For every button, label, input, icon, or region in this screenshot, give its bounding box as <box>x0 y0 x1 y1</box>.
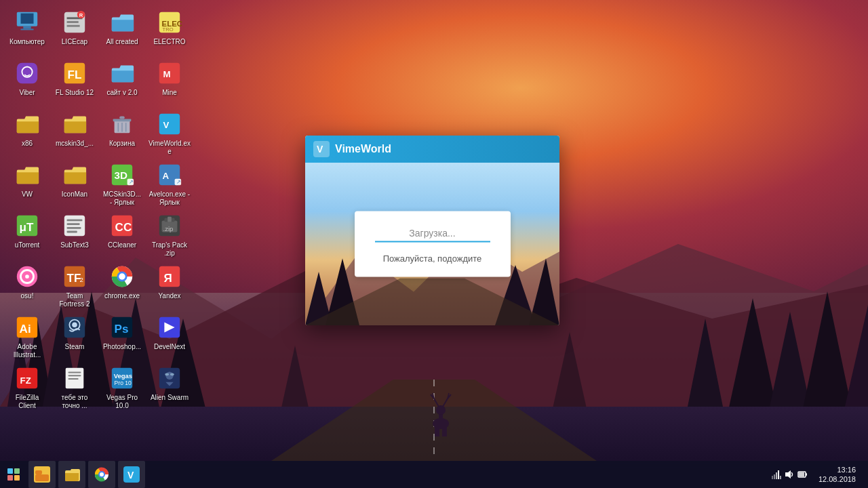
icon-mcskin[interactable]: mcskin3d_... <box>51 105 98 156</box>
taskbar-vimeworld[interactable]: V <box>118 461 145 488</box>
icon-utorrent[interactable]: μT uTorrent <box>3 207 51 258</box>
icons-area: Компьютер R LICEcap <box>0 0 217 461</box>
dialog-title: VimeWorld <box>335 143 391 155</box>
icon-vw[interactable]: VW <box>3 156 51 207</box>
icon-subtext[interactable]: SubText3 <box>51 207 98 258</box>
svg-rect-105 <box>68 378 79 380</box>
icon-viber[interactable]: Viber <box>3 54 51 105</box>
icon-filezilla[interactable]: FZ FileZilla Client <box>3 359 51 410</box>
svg-rect-133 <box>780 476 781 479</box>
icon-sayt[interactable]: сайт v 2.0 <box>98 54 146 105</box>
icon-subtext-label: SubText3 <box>60 241 89 249</box>
icon-iconman-label: IconMan <box>62 190 87 199</box>
icon-osu[interactable]: osu! <box>3 258 51 308</box>
svg-point-82 <box>25 274 29 279</box>
power-icon <box>797 469 808 480</box>
svg-text:V: V <box>127 470 134 481</box>
icon-fl-studio-label: FL Studio 12 <box>56 89 94 97</box>
icon-vimeworld-exe[interactable]: V VimeWorld.exe <box>146 105 193 156</box>
svg-rect-103 <box>68 372 81 373</box>
icon-yandex-label: Yandex <box>158 292 180 300</box>
icon-steam[interactable]: Steam <box>51 308 98 359</box>
svg-text:A: A <box>163 171 170 181</box>
svg-text:Pro 10: Pro 10 <box>115 380 132 386</box>
icon-all-created[interactable]: All created <box>98 3 146 54</box>
svg-text:TF: TF <box>67 272 81 285</box>
svg-text:FZ: FZ <box>20 375 31 386</box>
svg-rect-78 <box>167 217 172 222</box>
icon-avelcon-yarlyk[interactable]: A ↗ Avelcon.exe - Ярлык <box>146 156 193 207</box>
vimeworld-dialog: V VimeWorld Пожалуйста, подождите <box>305 136 559 325</box>
deer-silhouette <box>420 386 461 441</box>
icon-mcskin-label: mcskin3d_... <box>56 140 94 148</box>
svg-rect-70 <box>67 223 80 225</box>
svg-text:μT: μT <box>20 221 34 234</box>
svg-point-88 <box>119 273 125 280</box>
svg-rect-137 <box>799 472 804 476</box>
icon-viber-label: Viber <box>19 89 35 97</box>
svg-rect-72 <box>67 231 77 233</box>
desktop: Компьютер R LICEcap <box>0 0 868 488</box>
icon-photoshop-label: Photoshop... <box>103 343 141 351</box>
svg-point-95 <box>72 322 77 327</box>
svg-rect-130 <box>774 474 775 479</box>
icon-photoshop[interactable]: Ps Photoshop... <box>98 308 146 359</box>
icon-tf2[interactable]: TF 2 Team Fortress 2 <box>51 258 98 308</box>
icon-ai-label: Adobe Illustrat... <box>6 343 48 359</box>
dialog-icon: V <box>313 141 330 157</box>
svg-rect-123 <box>35 470 42 474</box>
svg-rect-21 <box>437 428 439 436</box>
dialog-titlebar: V VimeWorld <box>305 136 559 163</box>
icon-develnext[interactable]: DevelNext <box>146 308 193 359</box>
svg-line-26 <box>443 399 448 407</box>
icon-computer[interactable]: Компьютер <box>3 3 51 54</box>
svg-text:CC: CC <box>115 221 132 234</box>
icon-licecap[interactable]: R LICEcap <box>51 3 98 54</box>
icon-x86[interactable]: x86 <box>3 105 51 156</box>
icon-licecap-label: LICEcap <box>62 38 87 46</box>
svg-text:V: V <box>317 144 323 155</box>
icon-note-label: тебе это точно ... <box>54 394 96 410</box>
icon-fl-studio[interactable]: FL FL Studio 12 <box>51 54 98 105</box>
icon-alien-swarm[interactable]: Alien Swarm <box>146 359 193 410</box>
svg-rect-104 <box>68 375 81 376</box>
icon-korzina[interactable]: Корзина <box>98 105 146 156</box>
icon-chrome-exe[interactable]: chrome.exe <box>98 258 146 308</box>
icon-mcskin3d-yarlyk[interactable]: 3D ↗ MCSkin3D... - Ярлык <box>98 156 146 207</box>
taskbar-chrome[interactable] <box>88 461 115 488</box>
svg-text:Ps: Ps <box>115 323 129 336</box>
svg-rect-71 <box>67 227 81 229</box>
icon-ccleaner[interactable]: CC CCleaner <box>98 207 146 258</box>
dialog-loading-box: Пожалуйста, подождите <box>355 211 511 277</box>
taskbar-folder[interactable] <box>58 461 85 488</box>
svg-text:R: R <box>79 12 83 18</box>
icon-vegas-label: Vegas Pro 10.0 <box>101 394 143 410</box>
icon-steam-label: Steam <box>65 343 85 351</box>
icon-note[interactable]: тебе это точно ... <box>51 359 98 410</box>
svg-text:↗: ↗ <box>129 179 134 185</box>
icon-yandex[interactable]: Я Yandex <box>146 258 193 308</box>
start-button[interactable] <box>0 461 27 488</box>
svg-rect-122 <box>35 474 49 481</box>
icon-trap-pack[interactable]: .zip Trap's Pack .zip <box>146 207 193 258</box>
icon-ai[interactable]: Ai Adobe Illustrat... <box>3 308 51 359</box>
explorer-icon <box>34 466 50 483</box>
clock-time: 13:16 <box>818 465 856 474</box>
svg-point-111 <box>165 373 169 375</box>
taskbar-explorer[interactable] <box>28 461 56 488</box>
icon-vegas[interactable]: Vegas Pro 10 Vegas Pro 10.0 <box>98 359 146 410</box>
svg-rect-132 <box>778 470 779 479</box>
svg-rect-22 <box>442 428 445 436</box>
taskbar: V <box>0 461 868 488</box>
svg-rect-34 <box>21 29 34 30</box>
svg-rect-69 <box>67 220 83 222</box>
vimeworld-taskbar-icon: V <box>123 466 140 483</box>
icon-iconman[interactable]: IconMan <box>51 156 98 207</box>
svg-rect-68 <box>64 216 85 236</box>
icon-mine[interactable]: M Mine <box>146 54 193 105</box>
clock[interactable]: 13:16 12.08.2018 <box>813 465 861 485</box>
icon-electro[interactable]: ELEC TRO ELECTRO <box>146 3 193 54</box>
icon-sayt-label: сайт v 2.0 <box>106 89 137 97</box>
svg-text:M: M <box>163 69 171 79</box>
svg-rect-52 <box>119 117 125 119</box>
